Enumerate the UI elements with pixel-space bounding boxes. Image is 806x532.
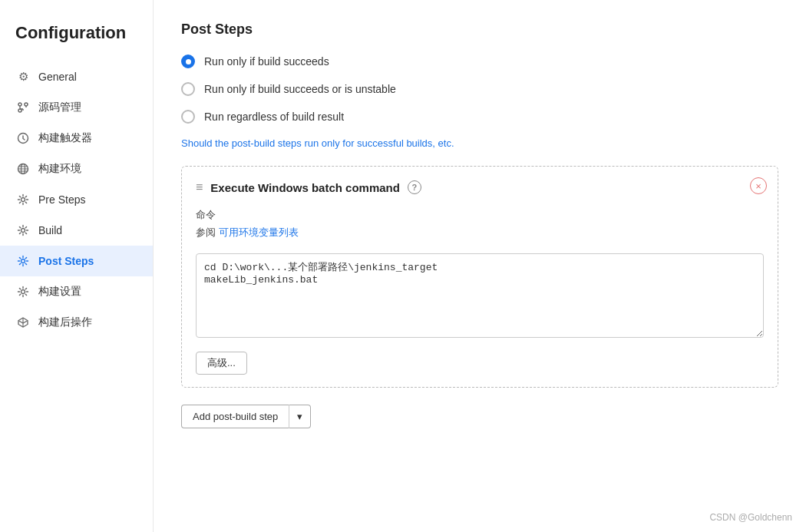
drag-handle-icon[interactable]: ≡ xyxy=(196,180,203,194)
sidebar: Configuration ⚙ General 源码管理 构建触发器 xyxy=(0,0,154,532)
ref-row: 参阅 可用环境变量列表 xyxy=(196,225,764,247)
sidebar-item-label: Post Steps xyxy=(38,255,94,267)
sidebar-item-post-steps[interactable]: Post Steps xyxy=(0,246,153,276)
field-label: 命令 xyxy=(196,208,764,222)
sidebar-item-label: 构建后操作 xyxy=(38,316,92,329)
sidebar-item-label: Pre Steps xyxy=(38,193,85,206)
advanced-button[interactable]: 高级... xyxy=(196,352,247,375)
command-box: ≡ Execute Windows batch command ? × 命令 参… xyxy=(181,166,778,388)
ref-prefix: 参阅 xyxy=(196,226,216,238)
sidebar-item-label: 源码管理 xyxy=(38,101,81,114)
radio-group: Run only if build succeeds Run only if b… xyxy=(181,55,778,124)
command-textarea[interactable] xyxy=(196,253,764,338)
radio-circle-always xyxy=(181,110,195,124)
sidebar-item-label: 构建环境 xyxy=(38,162,81,176)
sidebar-item-build-env[interactable]: 构建环境 xyxy=(0,154,153,184)
sidebar-item-source-management[interactable]: 源码管理 xyxy=(0,92,153,123)
gear-icon-build xyxy=(15,223,31,238)
add-post-build-step-dropdown[interactable]: ▾ xyxy=(289,405,311,428)
page-title: Configuration xyxy=(0,15,153,61)
radio-label-always: Run regardless of build result xyxy=(204,111,344,123)
radio-circle-success xyxy=(181,55,195,68)
branch-icon xyxy=(15,100,31,115)
svg-point-9 xyxy=(21,290,25,294)
hint-text: Should the post-build steps run only for… xyxy=(181,137,778,149)
globe-icon xyxy=(15,161,31,177)
sidebar-item-label: Build xyxy=(38,224,62,236)
command-header: ≡ Execute Windows batch command ? xyxy=(196,180,764,194)
sidebar-item-build-trigger[interactable]: 构建触发器 xyxy=(0,123,153,154)
radio-run-unstable[interactable]: Run only if build succeeds or is unstabl… xyxy=(181,82,778,96)
help-icon[interactable]: ? xyxy=(408,180,421,194)
close-button[interactable]: × xyxy=(750,177,767,194)
sidebar-item-label: 构建触发器 xyxy=(38,131,92,145)
command-title: Execute Windows batch command xyxy=(210,181,400,194)
footer-credit: CSDN @Goldchenn xyxy=(709,512,792,523)
sidebar-item-build-settings[interactable]: 构建设置 xyxy=(0,276,153,307)
sidebar-item-label: General xyxy=(38,71,77,83)
radio-run-always[interactable]: Run regardless of build result xyxy=(181,110,778,124)
add-step-row: Add post-build step ▾ xyxy=(181,405,778,428)
radio-run-success[interactable]: Run only if build succeeds xyxy=(181,55,778,68)
section-title: Post Steps xyxy=(181,21,778,38)
svg-point-1 xyxy=(25,103,28,106)
sidebar-item-pre-steps[interactable]: Pre Steps xyxy=(0,184,153,215)
ref-link[interactable]: 可用环境变量列表 xyxy=(219,226,299,240)
gear-icon-settings xyxy=(15,284,31,299)
radio-circle-unstable xyxy=(181,82,195,96)
svg-point-6 xyxy=(21,198,25,202)
gear-icon-pre xyxy=(15,192,31,207)
sidebar-item-post-build[interactable]: 构建后操作 xyxy=(0,307,153,338)
radio-label-success: Run only if build succeeds xyxy=(204,55,329,68)
svg-point-7 xyxy=(21,229,25,233)
main-content: Post Steps Run only if build succeeds Ru… xyxy=(154,0,806,532)
svg-point-0 xyxy=(18,103,21,106)
sidebar-item-label: 构建设置 xyxy=(38,285,81,299)
cube-icon xyxy=(15,315,31,330)
radio-label-unstable: Run only if build succeeds or is unstabl… xyxy=(204,83,396,95)
add-post-build-step-button[interactable]: Add post-build step xyxy=(181,405,289,428)
gear-icon: ⚙ xyxy=(15,69,31,84)
gear-icon-post xyxy=(15,253,31,269)
sidebar-item-general[interactable]: ⚙ General xyxy=(0,61,153,92)
clock-icon xyxy=(15,131,31,146)
sidebar-item-build[interactable]: Build xyxy=(0,215,153,246)
svg-point-8 xyxy=(21,259,25,263)
